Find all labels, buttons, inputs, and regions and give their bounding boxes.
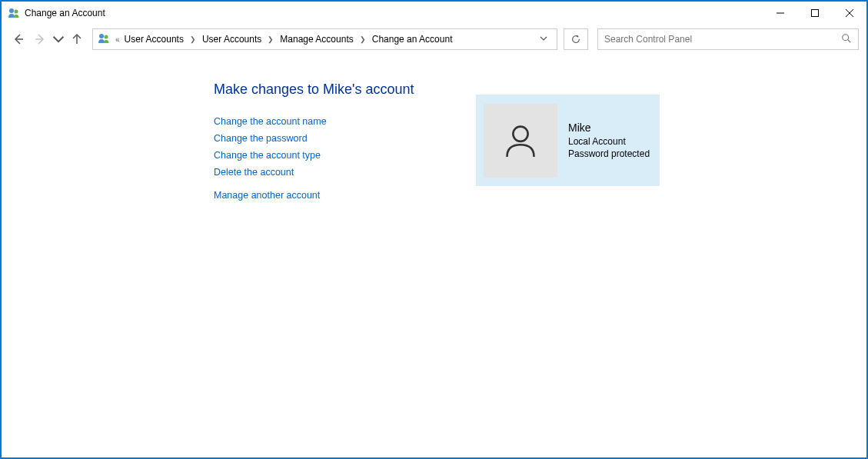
- account-status: Password protected: [568, 148, 650, 160]
- avatar: [484, 104, 557, 178]
- close-button[interactable]: [832, 2, 866, 25]
- main-content: Make changes to Mike's account Change th…: [2, 54, 866, 204]
- window-title: Change an Account: [25, 8, 105, 18]
- chevron-right-icon[interactable]: ❯: [268, 35, 274, 43]
- window-controls: [763, 2, 866, 25]
- breadcrumb[interactable]: « User Accounts ❯ User Accounts ❯ Manage…: [92, 28, 557, 50]
- svg-point-1: [15, 10, 18, 14]
- svg-rect-3: [811, 10, 818, 17]
- forward-button[interactable]: [31, 30, 49, 48]
- account-info: Mike Local Account Password protected: [568, 121, 650, 160]
- minimize-button[interactable]: [763, 2, 797, 25]
- search-box[interactable]: [597, 28, 859, 50]
- recent-locations-button[interactable]: [52, 30, 65, 48]
- account-type: Local Account: [568, 135, 650, 148]
- svg-point-11: [843, 34, 849, 40]
- up-button[interactable]: [68, 30, 86, 48]
- refresh-button[interactable]: [564, 28, 588, 50]
- back-button[interactable]: [9, 30, 28, 48]
- user-accounts-icon: [98, 32, 110, 47]
- search-icon[interactable]: [841, 33, 852, 46]
- breadcrumb-overflow-icon[interactable]: «: [115, 35, 120, 44]
- svg-point-13: [513, 126, 527, 141]
- navigation-bar: « User Accounts ❯ User Accounts ❯ Manage…: [2, 25, 866, 54]
- titlebar: Change an Account: [2, 2, 866, 25]
- breadcrumb-item[interactable]: Manage Accounts: [278, 34, 355, 45]
- search-input[interactable]: [604, 34, 841, 45]
- svg-point-0: [9, 8, 14, 13]
- breadcrumb-item[interactable]: User Accounts: [122, 34, 186, 45]
- chevron-right-icon[interactable]: ❯: [190, 35, 196, 43]
- account-card[interactable]: Mike Local Account Password protected: [476, 95, 660, 186]
- svg-point-10: [105, 35, 108, 38]
- manage-another-link[interactable]: Manage another account: [214, 187, 866, 204]
- account-name: Mike: [568, 121, 650, 134]
- chevron-right-icon[interactable]: ❯: [360, 35, 366, 43]
- svg-line-12: [848, 39, 851, 42]
- breadcrumb-dropdown-button[interactable]: [534, 34, 554, 45]
- svg-point-9: [99, 34, 104, 38]
- breadcrumb-item[interactable]: User Accounts: [200, 34, 264, 45]
- breadcrumb-item[interactable]: Change an Account: [370, 34, 455, 45]
- user-accounts-icon: [8, 7, 20, 19]
- maximize-button[interactable]: [797, 2, 832, 25]
